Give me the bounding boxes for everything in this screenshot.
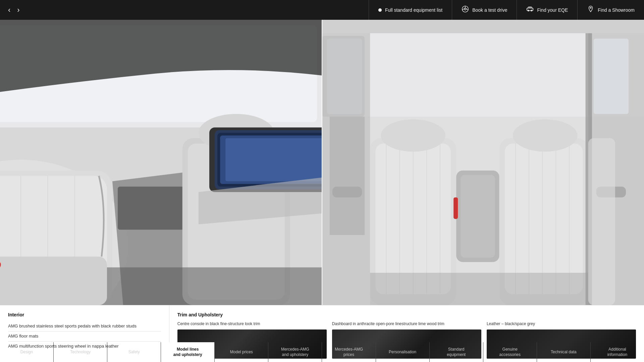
- location-pin-icon: [587, 5, 594, 14]
- svg-rect-57: [594, 39, 629, 114]
- svg-line-4: [466, 9, 468, 10]
- bottom-nav-amg-upholstery[interactable]: Mercedes-AMGand upholstery: [268, 342, 322, 362]
- interior-title: Interior: [8, 312, 161, 317]
- trim-label-2: Leather – black/space grey: [487, 321, 636, 327]
- bottom-nav-genuine-accessories[interactable]: Genuineaccessories: [483, 342, 537, 362]
- nav-links: Full standard equipment list Book a test…: [369, 0, 644, 20]
- next-arrow[interactable]: ›: [17, 6, 19, 14]
- bottom-nav-amg-prices[interactable]: Mercedes-AMGprices: [322, 342, 376, 362]
- interior-rear-image: [322, 20, 644, 305]
- svg-line-3: [462, 9, 464, 10]
- svg-rect-48: [505, 143, 583, 294]
- svg-rect-37: [332, 187, 362, 197]
- bottom-nav-design[interactable]: Design: [0, 342, 54, 362]
- find-showroom-label: Find a Showroom: [598, 7, 635, 13]
- images-row: [0, 20, 644, 305]
- full-equipment-label: Full standard equipment list: [385, 7, 442, 13]
- svg-point-9: [590, 7, 591, 9]
- svg-rect-63: [588, 138, 615, 305]
- trim-label-0: Centre console in black fine-structure l…: [177, 321, 327, 327]
- svg-rect-59: [453, 197, 458, 219]
- svg-point-54: [381, 119, 445, 152]
- svg-rect-31: [0, 257, 107, 305]
- bottom-nav-personalisation[interactable]: Personalisation: [376, 342, 430, 362]
- svg-point-1: [464, 8, 466, 10]
- main-content: Interior AMG brushed stainless steel spo…: [0, 20, 644, 342]
- dot-icon: [378, 8, 382, 12]
- book-test-drive-label: Book a test drive: [472, 7, 507, 13]
- bottom-nav-standard-equipment[interactable]: Standardequipment: [430, 342, 483, 362]
- svg-rect-8: [529, 7, 531, 7]
- interior-item-1: AMG floor mats: [8, 331, 161, 342]
- nav-arrows: ‹ ›: [0, 6, 28, 14]
- find-eqe-link[interactable]: Find your EQE: [517, 0, 577, 20]
- car-icon: [526, 5, 534, 14]
- bottom-nav-model-prices[interactable]: Model prices: [215, 342, 268, 362]
- trim-title: Trim and Upholstery: [177, 312, 636, 317]
- bottom-nav-additional-info[interactable]: Additionalinformation: [591, 342, 644, 362]
- prev-arrow[interactable]: ‹: [8, 6, 10, 14]
- bottom-nav-model-lines[interactable]: Model linesand upholstery: [161, 342, 215, 362]
- interior-item-0: AMG brushed stainless steel sports pedal…: [8, 321, 161, 331]
- top-nav-bar: ‹ › Full standard equipment list Book a …: [0, 0, 644, 20]
- svg-rect-62: [322, 20, 644, 33]
- bottom-nav-technology[interactable]: Technology: [54, 342, 107, 362]
- interior-front-image: [0, 20, 322, 305]
- bottom-nav-technical-data[interactable]: Technical data: [537, 342, 591, 362]
- book-test-drive-link[interactable]: Book a test drive: [452, 0, 517, 20]
- svg-point-55: [513, 119, 578, 152]
- steering-wheel-icon: [462, 5, 469, 14]
- svg-rect-61: [370, 273, 588, 305]
- bottom-nav: Design Technology Safety Model linesand …: [0, 342, 644, 362]
- trim-label-1: Dashboard in anthracite open-pore linest…: [332, 321, 481, 327]
- bottom-nav-safety[interactable]: Safety: [107, 342, 161, 362]
- find-eqe-label: Find your EQE: [537, 7, 568, 13]
- left-interior-visual: [0, 20, 322, 305]
- svg-rect-29: [225, 138, 322, 181]
- full-equipment-link[interactable]: Full standard equipment list: [369, 0, 452, 20]
- right-interior-visual: [322, 20, 644, 305]
- find-showroom-link[interactable]: Find a Showroom: [577, 0, 644, 20]
- svg-rect-46: [461, 175, 495, 257]
